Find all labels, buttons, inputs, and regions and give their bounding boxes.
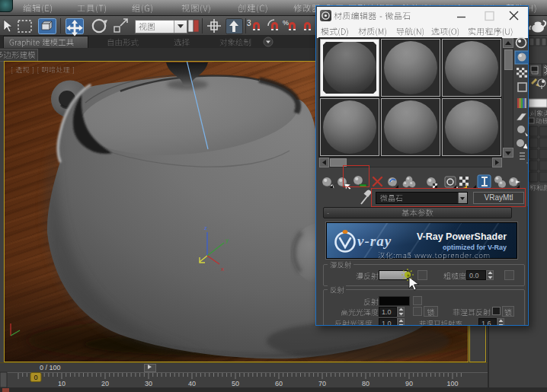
svg-text:y: y (226, 237, 229, 244)
svg-text:z: z (204, 225, 207, 231)
svg-text:x: x (221, 266, 224, 272)
